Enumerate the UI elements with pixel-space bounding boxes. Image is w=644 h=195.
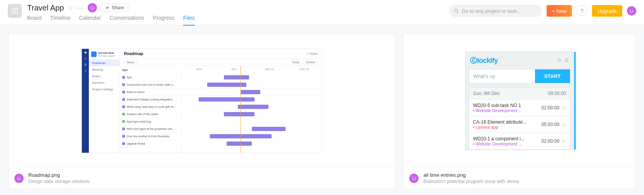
file-preview: ⒸClockifylockify ↻ ☰ What's up START Sun… [404, 34, 635, 167]
rm-task: Component does not re-render state u... [120, 81, 182, 88]
search-icon [454, 8, 459, 14]
roadmap-sidebar: scrum-test Software project Roadmap Back… [89, 49, 120, 153]
play-icon: ▷ [563, 122, 566, 127]
rm-task: Ref's don't gave all the properties one … [120, 125, 182, 133]
rm-task: Upgrade Rollup [120, 140, 182, 147]
clk-entry-title: WD20-1 a component i... [473, 136, 538, 142]
svg-point-3 [107, 7, 109, 8]
tab-files[interactable]: Files [183, 15, 195, 26]
upgrade-button[interactable]: Upgrade [592, 5, 622, 17]
help-button[interactable]: ? [576, 5, 587, 16]
tab-board[interactable]: Board [27, 15, 42, 26]
clk-entry-title: WD20-5 sub-task NO 1 [473, 103, 538, 108]
rm-month: FEB '19 [287, 66, 322, 73]
rm-months-btn: Months [303, 60, 318, 64]
svg-rect-0 [12, 9, 14, 13]
clockify-preview: ⒸClockifylockify ↻ ☰ What's up START Sun… [465, 52, 574, 150]
rm-task: When using 'react-lazy' to code-split an… [120, 103, 182, 110]
clk-whatsup-input: What's up [469, 69, 535, 83]
share-label: Share [112, 5, 124, 10]
rm-row [182, 74, 322, 81]
clockify-logo: ⒸClockifylockify [470, 56, 498, 65]
clk-entry: WD20-1 a component i...• Website Develop… [469, 133, 570, 149]
uploader-avatar: Li [14, 174, 24, 183]
clk-entry-project: • Website Development ... [473, 108, 538, 113]
file-name: Roadmap.png [28, 172, 90, 178]
clk-entry-time: 02:00:00 [541, 105, 559, 110]
uploader-avatar: Li [409, 174, 419, 183]
topbar: Travel App ☆ ⋯ Li Share Board Timeline C… [0, 0, 644, 25]
svg-point-4 [454, 9, 457, 12]
rm-task: React is memo [120, 88, 182, 96]
rm-task: Problem with HTML select [120, 110, 182, 118]
rm-link-backlog: Backlog [89, 66, 119, 73]
rm-row [182, 118, 322, 125]
tab-timeline[interactable]: Timeline [50, 15, 70, 26]
new-label: New [556, 8, 566, 14]
user-avatar[interactable]: Li [627, 6, 636, 16]
play-icon: ▷ [563, 105, 566, 110]
clk-entry-project: • camera app [473, 125, 538, 129]
file-preview: ◆☆⚲+ scrum-test Software project Roadmap… [9, 34, 395, 167]
clk-start-button: START [535, 69, 570, 83]
rm-task: Error line number in Error Boundary [120, 133, 182, 140]
global-search[interactable]: Go to any project or task... [449, 5, 542, 17]
rm-month: DEC [217, 66, 252, 73]
rm-month: JAN '19 [252, 66, 287, 73]
tab-calendar[interactable]: Calendar [79, 15, 101, 26]
clk-entry-title: CA-16 Element attribute... [473, 119, 538, 125]
member-avatar[interactable]: Li [88, 3, 97, 12]
menu-icon: ☰ [564, 58, 569, 63]
rm-col-header: Epic [120, 66, 182, 74]
svg-line-5 [457, 12, 458, 13]
plus-icon: + [552, 8, 555, 14]
search-placeholder: Go to any project or task... [462, 8, 521, 14]
rm-link-settings: Project settings [89, 86, 119, 93]
file-subtitle: Brainstorm potential program issue with … [423, 179, 519, 184]
rm-task: Epic [120, 74, 182, 81]
share-button[interactable]: Share [101, 3, 128, 12]
rm-row [182, 125, 322, 133]
play-icon: ▷ [563, 138, 566, 144]
app-rail: ◆☆⚲+ [82, 49, 89, 153]
rm-share: Share [310, 52, 318, 55]
project-title: Travel App [27, 3, 64, 12]
tab-progress[interactable]: Progress [153, 15, 175, 26]
rm-row [182, 88, 322, 96]
project-icon [8, 4, 22, 18]
rm-status-filter: Status [124, 60, 137, 64]
clk-entry: WD20-5 sub-task NO 1• Website Developmen… [469, 99, 570, 116]
rm-project-name: scrum-test [98, 51, 115, 55]
rm-row [182, 81, 322, 88]
rm-link-roadmap: Roadmap [89, 60, 119, 66]
rm-row [182, 110, 322, 118]
rm-task: Implement Display Locking integration [120, 96, 182, 103]
more-icon[interactable]: ⋯ [77, 4, 84, 12]
rm-row [182, 96, 322, 103]
clk-day-label: Sun, 9th Dec [473, 91, 500, 96]
rm-today: Today [289, 60, 302, 64]
refresh-icon: ↻ [557, 58, 561, 63]
new-button[interactable]: + New [547, 5, 572, 17]
files-grid: ◆☆⚲+ scrum-test Software project Roadmap… [0, 25, 644, 189]
file-card[interactable]: ◆☆⚲+ scrum-test Software project Roadmap… [9, 34, 395, 189]
tab-conversations[interactable]: Conversations [110, 15, 145, 26]
clk-day-total: 09:00:00 [548, 91, 566, 96]
rm-row [182, 140, 322, 147]
clk-entry-time: 05:00:00 [541, 122, 559, 127]
rm-title: Roadmap [124, 51, 143, 56]
roadmap-preview: ◆☆⚲+ scrum-test Software project Roadmap… [81, 48, 322, 153]
star-icon[interactable]: ☆ [68, 4, 73, 12]
svg-rect-1 [16, 9, 17, 13]
rm-link-board: Board [89, 73, 119, 79]
clk-entry-time: 02:00:00 [541, 138, 559, 144]
file-subtitle: Design data storage solutions [28, 179, 90, 184]
rm-month: NOV [182, 66, 217, 73]
clk-entry: CA-16 Element attribute...• camera app05… [469, 116, 570, 133]
rm-row [182, 103, 322, 110]
rm-project-sub: Software project [98, 55, 115, 57]
rm-row [182, 133, 322, 140]
rm-today-line [241, 66, 241, 153]
file-name: all time entries.png [423, 172, 519, 178]
file-card[interactable]: ⒸClockifylockify ↻ ☰ What's up START Sun… [403, 34, 635, 189]
